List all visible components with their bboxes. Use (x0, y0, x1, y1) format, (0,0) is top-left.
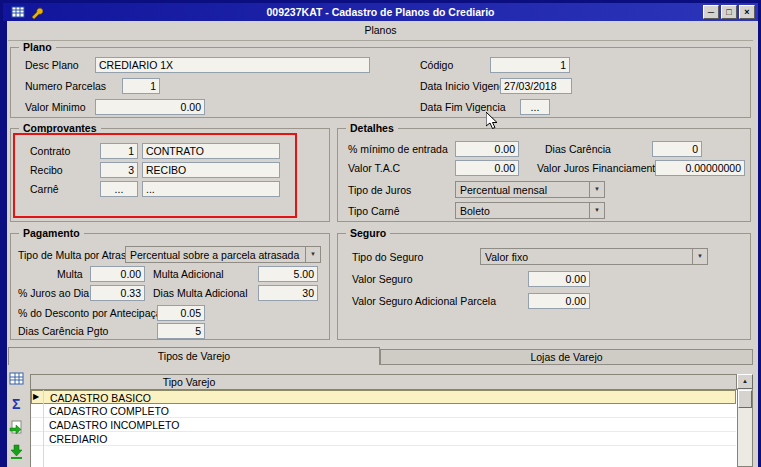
dias-multa-field[interactable]: 30 (258, 285, 318, 301)
tipo-multa-value: Percentual sobre a parcela atrasada (130, 249, 299, 261)
chevron-down-icon[interactable]: ▼ (305, 247, 320, 262)
arrow-down-last-icon[interactable] (9, 444, 27, 462)
desconto-label: % do Desconto por Antecipação (18, 307, 167, 319)
valor-seguro-adicional-field[interactable]: 0.00 (528, 293, 590, 309)
grid-header-tipo-varejo[interactable]: Tipo Varejo (44, 376, 334, 388)
export-sheet-icon[interactable] (9, 420, 27, 438)
tipo-juros-value: Percentual mensal (460, 184, 547, 196)
chevron-down-icon[interactable]: ▼ (589, 203, 604, 218)
tipo-carne-value: Boleto (460, 205, 490, 217)
app-window: 009237KAT - Cadastro de Planos do Credia… (0, 0, 761, 467)
dias-carencia-label: Dias Carência (545, 143, 611, 155)
chevron-down-icon[interactable]: ▼ (692, 249, 707, 264)
tipo-carne-dropdown[interactable]: Boleto▼ (455, 202, 605, 219)
multa-adicional-label: Multa Adicional (153, 268, 224, 280)
table-row[interactable]: CADASTRO INCOMPLETO (31, 418, 736, 432)
dias-carencia-pgto-label: Dias Carência Pgto (18, 325, 108, 337)
app-grid-icon (11, 5, 25, 21)
wrench-icon (29, 5, 43, 21)
valor-tac-label: Valor T.A.C (348, 162, 400, 174)
scroll-up-button[interactable]: ▲ (737, 374, 753, 389)
dias-multa-label: Dias Multa Adicional (153, 287, 248, 299)
tipo-seguro-dropdown[interactable]: Valor fixo▼ (480, 248, 708, 265)
tipo-juros-label: Tipo de Juros (348, 184, 411, 196)
grid-header: Tipo Varejo (30, 374, 737, 390)
min-entrada-field[interactable]: 0.00 (455, 141, 519, 157)
dias-carencia-field[interactable]: 0 (652, 141, 702, 157)
table-row[interactable]: CREDIARIO (31, 432, 736, 446)
window-title: 009237KAT - Cadastro de Planos do Credia… (3, 6, 758, 18)
codigo-field[interactable]: 1 (490, 57, 570, 73)
valor-seguro-field[interactable]: 0.00 (528, 271, 590, 287)
title-bar: 009237KAT - Cadastro de Planos do Credia… (3, 3, 758, 21)
numero-parcelas-field[interactable]: 1 (122, 78, 160, 94)
codigo-label: Código (420, 59, 453, 71)
tipo-seguro-label: Tipo do Seguro (352, 251, 423, 263)
valor-seguro-adicional-label: Valor Seguro Adicional Parcela (352, 295, 496, 307)
close-button[interactable]: × (739, 5, 755, 19)
desconto-field[interactable]: 0.05 (157, 305, 205, 321)
mouse-cursor (486, 112, 498, 132)
valor-tac-field[interactable]: 0.00 (455, 160, 519, 176)
scrollbar-thumb[interactable] (738, 390, 752, 408)
group-detalhes-title: Detalhes (346, 122, 398, 134)
numero-parcelas-label: Numero Parcelas (25, 80, 106, 92)
valor-minimo-field[interactable]: 0.00 (95, 99, 205, 115)
tab-lojas-de-varejo[interactable]: Lojas de Varejo (380, 349, 753, 365)
multa-label: Multa (57, 268, 83, 280)
juros-dia-field[interactable]: 0.33 (90, 285, 145, 301)
desc-plano-label: Desc Plano (25, 59, 79, 71)
minimize-button[interactable]: ─ (703, 5, 719, 19)
annotation-highlight-box (13, 133, 297, 218)
valor-juros-field[interactable]: 0.00000000 (655, 160, 745, 176)
group-pagamento-title: Pagamento (19, 227, 84, 239)
tab-planos[interactable]: Planos (0, 24, 761, 36)
data-inicio-label: Data Inicio Vigencia (420, 80, 513, 92)
dias-carencia-pgto-field[interactable]: 5 (157, 323, 205, 339)
tipo-juros-dropdown[interactable]: Percentual mensal▼ (455, 181, 605, 198)
table-row[interactable]: CADASTRO COMPLETO (31, 404, 736, 418)
valor-juros-label: Valor Juros Financiamento (537, 162, 661, 174)
desc-plano-field[interactable]: CREDIARIO 1X (95, 57, 370, 73)
sigma-sum-icon[interactable]: Σ (12, 396, 30, 414)
table-row[interactable]: CADASTRO BASICO (31, 390, 736, 404)
tipo-multa-dropdown[interactable]: Percentual sobre a parcela atrasada▼ (125, 246, 321, 263)
tipo-carne-label: Tipo Carnê (348, 205, 400, 217)
tab-tipos-de-varejo[interactable]: Tipos de Varejo (8, 347, 380, 365)
tipo-seguro-value: Valor fixo (485, 251, 528, 263)
maximize-button[interactable]: □ (721, 5, 737, 19)
data-fim-field[interactable]: ... (520, 99, 550, 115)
juros-dia-label: % Juros ao Dia (18, 287, 89, 299)
chevron-down-icon[interactable]: ▼ (589, 182, 604, 197)
data-inicio-field[interactable]: 27/03/2018 (500, 78, 572, 94)
grid-edit-icon[interactable] (9, 371, 27, 389)
page-divider (8, 40, 753, 41)
multa-field[interactable]: 0.00 (90, 266, 145, 282)
multa-adicional-field[interactable]: 5.00 (258, 266, 318, 282)
valor-minimo-label: Valor Minimo (25, 101, 86, 113)
group-seguro-title: Seguro (346, 227, 390, 239)
valor-seguro-label: Valor Seguro (352, 273, 413, 285)
min-entrada-label: % mínimo de entrada (348, 143, 448, 155)
grid-selector-divider (43, 390, 44, 467)
group-plano-title: Plano (19, 41, 56, 53)
tipo-multa-label: Tipo de Multa por Atraso (18, 249, 132, 261)
row-selector-icon: ▶ (33, 392, 39, 401)
